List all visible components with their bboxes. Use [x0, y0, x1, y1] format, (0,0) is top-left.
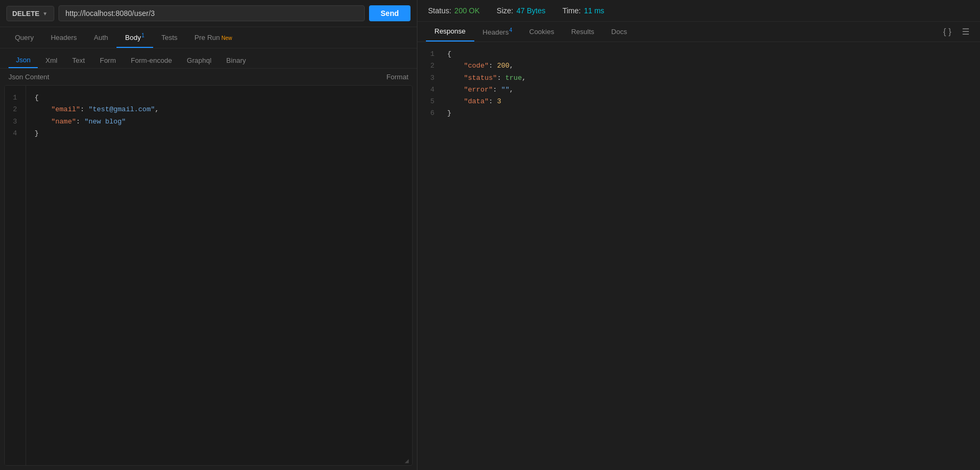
- method-label: DELETE: [12, 10, 39, 18]
- response-tab-response[interactable]: Response: [426, 22, 474, 42]
- tab-headers[interactable]: Headers: [42, 28, 85, 47]
- subtab-form[interactable]: Form: [93, 53, 123, 68]
- time-label: Time:: [563, 6, 581, 15]
- json-content-label: Json Content: [9, 73, 49, 81]
- method-selector[interactable]: DELETE ▾: [6, 6, 54, 21]
- tab-prerun[interactable]: Pre RunNew: [186, 28, 241, 47]
- status-item-size: Size: 47 Bytes: [497, 6, 546, 15]
- response-line-numbers: 1 2 3 4 5 6: [417, 42, 439, 470]
- response-tabs-left: Response Headers4 Cookies Results Docs: [426, 22, 635, 42]
- json-content-area: Json Content Format 1 2 3 4 { "email": "…: [0, 69, 417, 470]
- main-layout: DELETE ▾ Send Query Headers Auth Body1 T…: [0, 0, 980, 470]
- code-content[interactable]: { "email": "test@gmail.com", "name": "ne…: [26, 86, 412, 465]
- resize-handle-icon[interactable]: ◢: [405, 458, 411, 464]
- method-chevron-icon: ▾: [44, 11, 46, 17]
- subtab-text[interactable]: Text: [65, 53, 93, 68]
- code-editor[interactable]: 1 2 3 4 { "email": "test@gmail.com", "na…: [4, 85, 413, 466]
- braces-icon-button[interactable]: { }: [941, 25, 953, 39]
- headers-badge: 4: [509, 27, 513, 33]
- subtab-graphql[interactable]: Graphql: [179, 53, 219, 68]
- tab-query[interactable]: Query: [6, 28, 42, 47]
- tab-auth[interactable]: Auth: [86, 28, 117, 47]
- send-button[interactable]: Send: [369, 5, 411, 21]
- main-tabs: Query Headers Auth Body1 Tests Pre RunNe…: [0, 27, 417, 48]
- tab-tests[interactable]: Tests: [153, 28, 186, 47]
- tab-body[interactable]: Body1: [116, 27, 153, 48]
- prerun-badge: New: [222, 35, 232, 41]
- response-tab-headers[interactable]: Headers4: [474, 22, 521, 42]
- response-tab-cookies[interactable]: Cookies: [521, 22, 563, 41]
- status-bar: Status: 200 OK Size: 47 Bytes Time: 11 m…: [417, 0, 980, 22]
- time-value: 11 ms: [584, 6, 604, 15]
- url-input[interactable]: [58, 5, 365, 21]
- status-item-time: Time: 11 ms: [563, 6, 605, 15]
- subtab-binary[interactable]: Binary: [219, 53, 254, 68]
- status-value: 200 OK: [455, 6, 480, 15]
- format-button[interactable]: Format: [387, 73, 408, 81]
- json-content-header: Json Content Format: [0, 69, 417, 85]
- response-tabs-row: Response Headers4 Cookies Results Docs {…: [417, 22, 980, 42]
- subtab-form-encode[interactable]: Form-encode: [123, 53, 179, 68]
- status-label: Status:: [428, 6, 451, 15]
- left-panel: DELETE ▾ Send Query Headers Auth Body1 T…: [0, 0, 417, 470]
- url-bar: DELETE ▾ Send: [0, 0, 417, 27]
- response-tab-docs[interactable]: Docs: [603, 22, 636, 41]
- body-sub-tabs: Json Xml Text Form Form-encode Graphql B…: [0, 48, 417, 69]
- status-item-status: Status: 200 OK: [428, 6, 480, 15]
- size-label: Size:: [497, 6, 513, 15]
- response-code-content: { "code": 200, "status": true, "error": …: [439, 42, 980, 470]
- menu-icon-button[interactable]: ☰: [960, 24, 971, 39]
- body-badge: 1: [141, 32, 145, 38]
- subtab-json[interactable]: Json: [9, 53, 38, 68]
- right-panel: Status: 200 OK Size: 47 Bytes Time: 11 m…: [417, 0, 980, 470]
- size-value: 47 Bytes: [516, 6, 545, 15]
- line-numbers: 1 2 3 4: [5, 86, 26, 465]
- response-tabs-right: { } ☰: [941, 24, 971, 39]
- response-tab-results[interactable]: Results: [563, 22, 602, 41]
- response-code-area: 1 2 3 4 5 6 { "code": 200, "status": tru…: [417, 42, 980, 470]
- subtab-xml[interactable]: Xml: [38, 53, 64, 68]
